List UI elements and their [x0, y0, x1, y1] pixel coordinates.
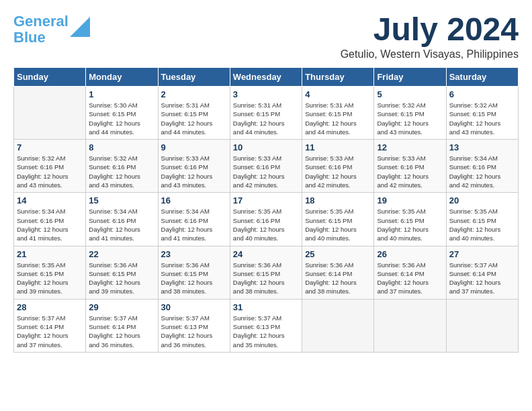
calendar-cell — [302, 299, 374, 352]
day-number: 6 — [449, 89, 515, 99]
day-info: Sunrise: 5:34 AMSunset: 6:16 PMDaylight:… — [449, 154, 515, 189]
month-year-title: July 2024 — [341, 13, 519, 46]
calendar-cell: 31Sunrise: 5:37 AMSunset: 6:13 PMDayligh… — [230, 299, 302, 352]
day-info: Sunrise: 5:36 AMSunset: 6:14 PMDaylight:… — [377, 261, 443, 296]
day-number: 5 — [377, 89, 443, 99]
day-info: Sunrise: 5:36 AMSunset: 6:15 PMDaylight:… — [233, 261, 299, 296]
day-number: 7 — [17, 142, 83, 152]
day-number: 25 — [305, 249, 371, 259]
day-info: Sunrise: 5:32 AMSunset: 6:16 PMDaylight:… — [17, 154, 83, 189]
day-number: 12 — [377, 142, 443, 152]
calendar-cell: 17Sunrise: 5:35 AMSunset: 6:16 PMDayligh… — [230, 193, 302, 246]
day-number: 31 — [233, 302, 299, 312]
day-info: Sunrise: 5:35 AMSunset: 6:15 PMDaylight:… — [449, 207, 515, 242]
calendar-cell: 6Sunrise: 5:32 AMSunset: 6:15 PMDaylight… — [446, 87, 518, 140]
day-info: Sunrise: 5:34 AMSunset: 6:16 PMDaylight:… — [161, 207, 227, 242]
calendar-body: 1Sunrise: 5:30 AMSunset: 6:15 PMDaylight… — [14, 87, 519, 353]
calendar-cell: 22Sunrise: 5:36 AMSunset: 6:15 PMDayligh… — [86, 246, 158, 299]
day-info: Sunrise: 5:31 AMSunset: 6:15 PMDaylight:… — [161, 101, 227, 136]
calendar-cell: 15Sunrise: 5:34 AMSunset: 6:16 PMDayligh… — [86, 193, 158, 246]
day-of-week-header: Sunday — [14, 68, 86, 87]
day-number: 23 — [161, 249, 227, 259]
calendar-cell: 10Sunrise: 5:33 AMSunset: 6:16 PMDayligh… — [230, 140, 302, 193]
day-of-week-header: Saturday — [446, 68, 518, 87]
day-number: 4 — [305, 89, 371, 99]
day-number: 26 — [377, 249, 443, 259]
day-info: Sunrise: 5:37 AMSunset: 6:14 PMDaylight:… — [17, 314, 83, 349]
calendar-cell: 30Sunrise: 5:37 AMSunset: 6:13 PMDayligh… — [158, 299, 230, 352]
logo-line1: General — [13, 13, 69, 30]
logo-line2: Blue — [13, 29, 46, 46]
calendar-cell: 1Sunrise: 5:30 AMSunset: 6:15 PMDaylight… — [86, 87, 158, 140]
calendar-cell: 23Sunrise: 5:36 AMSunset: 6:15 PMDayligh… — [158, 246, 230, 299]
day-of-week-header: Thursday — [302, 68, 374, 87]
calendar-cell: 4Sunrise: 5:31 AMSunset: 6:15 PMDaylight… — [302, 87, 374, 140]
calendar-cell: 24Sunrise: 5:36 AMSunset: 6:15 PMDayligh… — [230, 246, 302, 299]
calendar-cell: 26Sunrise: 5:36 AMSunset: 6:14 PMDayligh… — [374, 246, 446, 299]
day-info: Sunrise: 5:33 AMSunset: 6:16 PMDaylight:… — [161, 154, 227, 189]
day-info: Sunrise: 5:33 AMSunset: 6:16 PMDaylight:… — [377, 154, 443, 189]
logo-arrow-icon — [70, 17, 90, 37]
calendar-cell: 5Sunrise: 5:32 AMSunset: 6:15 PMDaylight… — [374, 87, 446, 140]
calendar-cell: 7Sunrise: 5:32 AMSunset: 6:16 PMDaylight… — [14, 140, 86, 193]
day-info: Sunrise: 5:35 AMSunset: 6:16 PMDaylight:… — [233, 207, 299, 242]
calendar-week-row: 1Sunrise: 5:30 AMSunset: 6:15 PMDaylight… — [14, 87, 519, 140]
day-number: 17 — [233, 195, 299, 205]
day-number: 29 — [89, 302, 154, 312]
calendar-week-row: 7Sunrise: 5:32 AMSunset: 6:16 PMDaylight… — [14, 140, 519, 193]
title-area: July 2024 Getulio, Western Visayas, Phil… — [341, 13, 519, 60]
calendar-cell: 28Sunrise: 5:37 AMSunset: 6:14 PMDayligh… — [14, 299, 86, 352]
calendar-cell: 2Sunrise: 5:31 AMSunset: 6:15 PMDaylight… — [158, 87, 230, 140]
day-info: Sunrise: 5:34 AMSunset: 6:16 PMDaylight:… — [89, 207, 154, 242]
day-number: 9 — [161, 142, 227, 152]
day-info: Sunrise: 5:31 AMSunset: 6:15 PMDaylight:… — [233, 101, 299, 136]
day-number: 22 — [89, 249, 154, 259]
calendar-cell: 3Sunrise: 5:31 AMSunset: 6:15 PMDaylight… — [230, 87, 302, 140]
day-number: 20 — [449, 195, 515, 205]
calendar-cell — [446, 299, 518, 352]
calendar-week-row: 28Sunrise: 5:37 AMSunset: 6:14 PMDayligh… — [14, 299, 519, 352]
calendar-cell: 16Sunrise: 5:34 AMSunset: 6:16 PMDayligh… — [158, 193, 230, 246]
day-number: 11 — [305, 142, 371, 152]
day-info: Sunrise: 5:34 AMSunset: 6:16 PMDaylight:… — [17, 207, 83, 242]
calendar-week-row: 21Sunrise: 5:35 AMSunset: 6:15 PMDayligh… — [14, 246, 519, 299]
day-info: Sunrise: 5:37 AMSunset: 6:14 PMDaylight:… — [89, 314, 154, 349]
day-info: Sunrise: 5:32 AMSunset: 6:16 PMDaylight:… — [89, 154, 154, 189]
logo-text: General Blue — [13, 13, 69, 46]
day-of-week-header: Tuesday — [158, 68, 230, 87]
day-info: Sunrise: 5:32 AMSunset: 6:15 PMDaylight:… — [377, 101, 443, 136]
day-of-week-header: Monday — [86, 68, 158, 87]
calendar-cell — [374, 299, 446, 352]
page-header: General Blue July 2024 Getulio, Western … — [13, 13, 519, 60]
day-number: 8 — [89, 142, 154, 152]
day-info: Sunrise: 5:36 AMSunset: 6:15 PMDaylight:… — [89, 261, 154, 296]
day-info: Sunrise: 5:35 AMSunset: 6:15 PMDaylight:… — [17, 261, 83, 296]
day-info: Sunrise: 5:32 AMSunset: 6:15 PMDaylight:… — [449, 101, 515, 136]
day-number: 28 — [17, 302, 83, 312]
day-number: 19 — [377, 195, 443, 205]
calendar-cell: 8Sunrise: 5:32 AMSunset: 6:16 PMDaylight… — [86, 140, 158, 193]
calendar-cell: 29Sunrise: 5:37 AMSunset: 6:14 PMDayligh… — [86, 299, 158, 352]
day-number: 24 — [233, 249, 299, 259]
calendar-cell: 11Sunrise: 5:33 AMSunset: 6:16 PMDayligh… — [302, 140, 374, 193]
day-info: Sunrise: 5:37 AMSunset: 6:13 PMDaylight:… — [233, 314, 299, 349]
day-number: 27 — [449, 249, 515, 259]
calendar-cell: 12Sunrise: 5:33 AMSunset: 6:16 PMDayligh… — [374, 140, 446, 193]
day-info: Sunrise: 5:37 AMSunset: 6:14 PMDaylight:… — [449, 261, 515, 296]
calendar-cell: 27Sunrise: 5:37 AMSunset: 6:14 PMDayligh… — [446, 246, 518, 299]
logo: General Blue — [13, 13, 90, 46]
day-info: Sunrise: 5:30 AMSunset: 6:15 PMDaylight:… — [89, 101, 154, 136]
day-info: Sunrise: 5:33 AMSunset: 6:16 PMDaylight:… — [305, 154, 371, 189]
location-subtitle: Getulio, Western Visayas, Philippines — [341, 48, 519, 60]
day-number: 18 — [305, 195, 371, 205]
day-info: Sunrise: 5:36 AMSunset: 6:14 PMDaylight:… — [305, 261, 371, 296]
day-number: 15 — [89, 195, 154, 205]
day-of-week-header: Wednesday — [230, 68, 302, 87]
day-number: 10 — [233, 142, 299, 152]
day-of-week-header: Friday — [374, 68, 446, 87]
calendar-cell: 19Sunrise: 5:35 AMSunset: 6:15 PMDayligh… — [374, 193, 446, 246]
calendar-cell: 18Sunrise: 5:35 AMSunset: 6:15 PMDayligh… — [302, 193, 374, 246]
calendar-cell — [14, 87, 86, 140]
calendar-header: SundayMondayTuesdayWednesdayThursdayFrid… — [14, 68, 519, 87]
day-number: 16 — [161, 195, 227, 205]
